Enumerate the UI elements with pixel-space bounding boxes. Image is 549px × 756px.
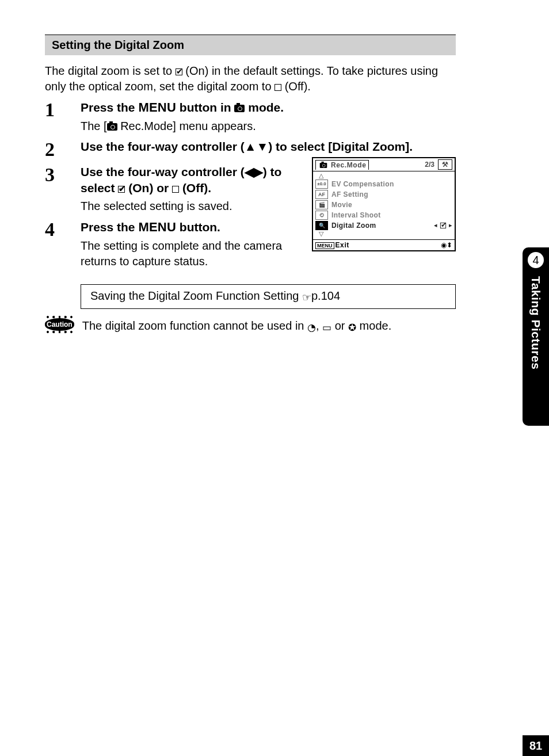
step-2: 2 Use the four-way controller (▲▼) to se… [45, 139, 456, 159]
chapter-tab: 4 Taking Pictures [523, 247, 549, 426]
lcd-row-digital-zoom: 🔍 Digital Zoom ◂ ▸ [315, 220, 452, 231]
af-icon: AF [315, 190, 328, 199]
intro-text-c: (Off). [281, 80, 311, 93]
step-sub-a: The [ [81, 120, 107, 132]
scroll-down-icon: ▽ [315, 231, 452, 237]
left-arrow-icon: ◂ [434, 222, 437, 229]
lcd-label: Interval Shoot [331, 211, 452, 219]
step-title: Use the four-way controller (▲▼) to sele… [81, 139, 456, 155]
chapter-title: Taking Pictures [529, 276, 543, 369]
lcd-value: ◂ ▸ [434, 222, 452, 229]
lcd-row-af: AF AF Setting [315, 189, 452, 200]
movie-mode-icon: ◔ [307, 322, 316, 334]
lcd-title: Rec.Mode [331, 161, 366, 169]
caution-badge-icon: Caution [45, 318, 74, 331]
hand-pointer-icon: ☞ [302, 292, 311, 303]
ev-icon: ±0.0 [315, 180, 328, 189]
lcd-screenshot: Rec.Mode 2/3 ⚒ △ ±0.0 EV Compensation AF… [312, 157, 456, 251]
lcd-row-movie: 🎬 Movie [315, 200, 452, 210]
intro-text-a: The digital zoom is set to [45, 64, 176, 77]
checkbox-on-icon [118, 186, 125, 193]
step-title: Press the MENU button in mode. [81, 99, 456, 116]
checkbox-on-icon [176, 68, 182, 75]
step-title-b: button. [176, 220, 220, 234]
movie-icon: 🎬 [315, 200, 328, 209]
step-title-a: Press the [81, 101, 138, 114]
camera-icon [107, 123, 117, 131]
step-sub: The [ Rec.Mode] menu appears. [81, 119, 456, 134]
lcd-label: Movie [331, 201, 452, 209]
checkbox-off-icon [274, 84, 281, 91]
reference-box: Saving the Digital Zoom Function Setting… [81, 284, 456, 309]
ok-nav-icon: ◉⬍ [441, 241, 452, 249]
step-number: 2 [45, 139, 81, 159]
step-4: 4 Press the MENU button. The setting is … [45, 219, 302, 269]
caution-c: or [331, 319, 348, 332]
caution-b: , [316, 319, 322, 332]
step-number: 4 [45, 219, 81, 239]
scroll-up-icon: △ [315, 173, 452, 179]
caution-text: The digital zoom function cannot be used… [82, 318, 392, 334]
interval-icon: ⏲ [315, 211, 328, 220]
camera-icon [234, 105, 245, 112]
step-title-b: button in [176, 101, 234, 114]
lcd-label: AF Setting [331, 190, 452, 198]
step-title-c: (Off). [179, 181, 211, 194]
intro-paragraph: The digital zoom is set to (On) in the d… [45, 63, 456, 94]
step-title-c: mode. [245, 101, 284, 114]
page-number: 81 [523, 735, 549, 756]
ref-page: p.104 [311, 289, 340, 302]
lcd-label: Digital Zoom [331, 222, 430, 230]
lcd-row-ev: ±0.0 EV Compensation [315, 179, 452, 189]
checkbox-on-icon [440, 223, 446, 228]
step-title: Use the four-way controller (◀▶) to sele… [81, 164, 302, 197]
step-sub: The selected setting is saved. [81, 198, 302, 214]
step-title-a: Press the [81, 220, 138, 234]
caution-d: mode. [356, 319, 391, 332]
lcd-row-interval: ⏲ Interval Shoot [315, 210, 452, 220]
tools-icon: ⚒ [442, 161, 448, 169]
caution-note: Caution The digital zoom function cannot… [45, 318, 456, 334]
lcd-exit-label: Exit [336, 241, 349, 249]
step-1: 1 Press the MENU button in mode. The [ R… [45, 99, 456, 134]
frame-icon: ▭ [322, 322, 331, 334]
voice-mode-icon: ✪ [348, 322, 356, 334]
step-sub-b: Rec.Mode] menu appears. [117, 120, 256, 132]
step-sub: The setting is complete and the camera r… [81, 238, 302, 269]
right-arrow-icon: ▸ [449, 222, 452, 229]
lcd-page-indicator: 2/3 [425, 161, 434, 169]
step-title: Press the MENU button. [81, 219, 302, 236]
step-3: 3 Use the four-way controller (◀▶) to se… [45, 164, 302, 215]
step-title-b: (On) or [125, 181, 172, 194]
zoom-icon: 🔍 [315, 221, 328, 230]
checkbox-off-icon [172, 186, 179, 193]
menu-word: MENU [138, 100, 176, 114]
menu-button-label: MENU [315, 242, 334, 249]
step-number: 1 [45, 99, 81, 120]
lcd-label: EV Compensation [331, 180, 452, 188]
lcd-tab-rec: Rec.Mode [315, 160, 369, 170]
menu-word: MENU [138, 220, 176, 234]
camera-icon [320, 163, 327, 168]
section-header: Setting the Digital Zoom [45, 35, 456, 55]
chapter-number: 4 [528, 252, 544, 268]
ref-text: Saving the Digital Zoom Function Setting [90, 289, 302, 302]
lcd-tab-setup: ⚒ [438, 159, 452, 170]
caution-a: The digital zoom function cannot be used… [82, 319, 307, 332]
step-number: 3 [45, 164, 81, 185]
